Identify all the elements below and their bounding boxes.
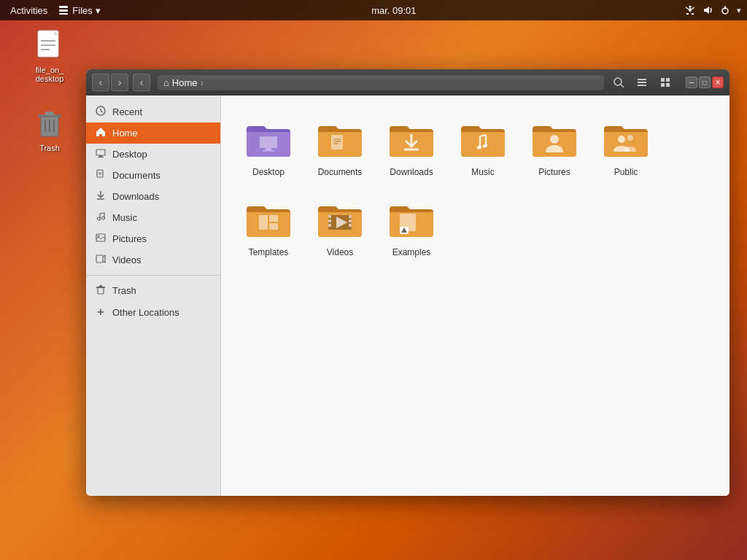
svg-rect-1 (59, 9, 68, 12)
svg-point-60 (618, 136, 625, 143)
folder-templates[interactable]: Templates (236, 190, 301, 265)
sidebar-label-desktop: Desktop (112, 149, 147, 160)
pictures-sidebar-icon (95, 233, 107, 245)
folder-documents-label: Documents (318, 167, 363, 179)
svg-rect-21 (638, 79, 646, 80)
folder-videos-label: Videos (327, 247, 353, 259)
window-titlebar: ‹ › ‹ ⌂ Home › (86, 69, 729, 96)
nav-buttons: ‹ › (92, 74, 128, 91)
folder-downloads[interactable]: Downloads (379, 110, 444, 184)
activities-button[interactable]: Activities (6, 5, 52, 16)
search-button[interactable] (608, 73, 629, 92)
view-grid-button[interactable] (655, 73, 676, 92)
sidebar-label-documents: Documents (112, 170, 160, 181)
sidebar-item-videos[interactable]: Videos (86, 249, 220, 271)
folder-pictures[interactable]: Pictures (522, 110, 587, 184)
file-icon-label: file_on_desktop (36, 66, 64, 83)
desktop-sidebar-icon (95, 148, 107, 160)
topbar: Activities Files ▾ mar. 09:01 (0, 0, 747, 20)
sidebar-label-other-locations: Other Locations (112, 307, 179, 318)
sidebar-item-downloads[interactable]: Downloads (86, 186, 220, 207)
svg-rect-22 (638, 82, 646, 83)
folder-documents[interactable]: Documents (307, 110, 373, 184)
sidebar-item-other-locations[interactable]: + Other Locations (86, 301, 220, 323)
svg-rect-71 (349, 224, 352, 227)
svg-point-61 (627, 135, 633, 141)
folder-examples-label: Examples (392, 247, 431, 259)
svg-line-20 (621, 85, 624, 88)
forward-button[interactable]: › (111, 74, 128, 91)
minimize-button[interactable]: – (686, 77, 697, 88)
svg-rect-23 (638, 85, 646, 86)
sidebar-item-music[interactable]: Music (86, 207, 220, 228)
sidebar-label-trash: Trash (112, 285, 136, 296)
list-view-icon (636, 77, 648, 88)
power-chevron[interactable]: ▾ (737, 6, 741, 15)
svg-point-59 (550, 135, 559, 144)
location-bar[interactable]: ⌂ Home › (158, 75, 604, 90)
up-button[interactable]: ‹ (133, 74, 150, 91)
datetime: mar. 09:01 (371, 5, 416, 16)
svg-rect-26 (661, 83, 665, 87)
svg-rect-64 (269, 223, 278, 230)
folder-examples[interactable]: Examples (379, 190, 444, 265)
file-manager-window: ‹ › ‹ ⌂ Home › (86, 69, 729, 496)
restore-button[interactable]: □ (699, 77, 711, 88)
view-list-button[interactable] (632, 73, 652, 92)
power-icon[interactable] (719, 4, 731, 16)
svg-point-19 (614, 78, 622, 85)
sound-icon (702, 4, 713, 16)
folder-documents-icon (317, 116, 363, 163)
svg-rect-24 (661, 78, 665, 82)
files-menu[interactable]: Files ▾ (55, 4, 103, 16)
sidebar-item-recent[interactable]: Recent (86, 101, 220, 122)
svg-rect-47 (260, 136, 277, 148)
folder-desktop-label: Desktop (252, 167, 285, 179)
svg-rect-2 (59, 13, 68, 15)
folder-videos[interactable]: Videos (307, 190, 373, 265)
home-sidebar-icon (95, 127, 107, 139)
svg-rect-32 (99, 155, 102, 157)
files-icon (58, 4, 69, 16)
sidebar-item-documents[interactable]: Documents (86, 165, 220, 186)
toolbar-right (608, 73, 676, 92)
folder-public[interactable]: Public (593, 110, 659, 184)
folder-templates-icon (245, 196, 292, 243)
sidebar: Recent Home Desktop (86, 96, 221, 496)
svg-rect-25 (666, 78, 670, 82)
window-body: Recent Home Desktop (86, 96, 729, 496)
sidebar-item-pictures[interactable]: Pictures (86, 228, 220, 249)
sidebar-label-pictures: Pictures (112, 233, 147, 244)
videos-sidebar-icon (95, 254, 107, 266)
folder-pictures-icon (531, 116, 578, 163)
svg-rect-31 (96, 149, 105, 155)
folder-music[interactable]: Music (450, 110, 516, 184)
sidebar-item-trash[interactable]: Trash (86, 280, 220, 301)
window-controls: – □ × (686, 77, 724, 88)
home-icon: ⌂ (163, 77, 169, 88)
documents-sidebar-icon (95, 169, 107, 182)
svg-rect-5 (692, 13, 694, 15)
sidebar-label-music: Music (112, 212, 137, 223)
files-chevron: ▾ (96, 5, 101, 16)
desktop-icon-file[interactable]: file_on_desktop (20, 28, 79, 83)
back-button[interactable]: ‹ (92, 74, 109, 91)
folder-music-label: Music (471, 167, 494, 179)
close-button[interactable]: × (712, 77, 724, 88)
svg-rect-4 (686, 13, 689, 15)
svg-rect-34 (97, 170, 103, 177)
svg-line-30 (101, 111, 103, 112)
sidebar-item-home[interactable]: Home (86, 122, 220, 144)
desktop-icon-trash[interactable]: Trash (20, 106, 79, 152)
trash-desktop-icon (32, 106, 67, 141)
file-document-icon (32, 28, 67, 63)
svg-rect-45 (96, 287, 105, 288)
folder-desktop[interactable]: Desktop (236, 110, 301, 184)
files-label: Files (72, 5, 92, 16)
svg-rect-0 (59, 6, 68, 8)
sidebar-label-downloads: Downloads (112, 191, 159, 202)
svg-rect-69 (349, 215, 352, 218)
sidebar-item-desktop[interactable]: Desktop (86, 144, 220, 165)
folder-grid: Desktop Documents (236, 110, 715, 264)
svg-rect-48 (266, 148, 271, 150)
